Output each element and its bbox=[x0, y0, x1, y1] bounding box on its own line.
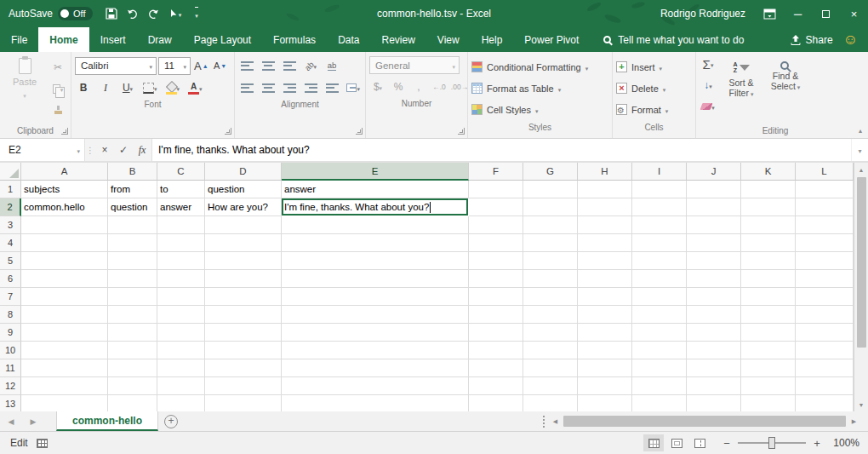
cell-A2[interactable]: common.hello bbox=[21, 198, 108, 216]
cell-A1[interactable]: subjects bbox=[21, 181, 108, 198]
column-header-B[interactable]: B bbox=[108, 163, 157, 181]
cell-G7[interactable] bbox=[523, 288, 578, 306]
cell-K10[interactable] bbox=[741, 342, 796, 359]
cell-E1[interactable]: answer bbox=[282, 181, 469, 198]
cell-C8[interactable] bbox=[157, 306, 205, 324]
cell-C12[interactable] bbox=[157, 377, 205, 395]
cell-F12[interactable] bbox=[469, 377, 523, 395]
cell-J1[interactable] bbox=[687, 181, 741, 198]
cell-H10[interactable] bbox=[578, 342, 632, 359]
font-dialog-launcher[interactable] bbox=[225, 128, 231, 135]
row-header-9[interactable]: 9 bbox=[0, 324, 21, 342]
sheet-nav-left-icon[interactable]: ◀ bbox=[0, 411, 22, 431]
cell-J4[interactable] bbox=[687, 234, 741, 252]
cell-L7[interactable] bbox=[796, 288, 854, 306]
cell-I11[interactable] bbox=[632, 359, 687, 377]
tab-review[interactable]: Review bbox=[370, 27, 425, 52]
cell-A7[interactable] bbox=[21, 288, 108, 306]
cell-F3[interactable] bbox=[469, 216, 523, 234]
conditional-formatting-button[interactable]: Conditional Formatting bbox=[471, 56, 608, 78]
cell-K11[interactable] bbox=[741, 359, 796, 377]
cell-C2[interactable]: answer bbox=[157, 198, 205, 216]
select-all-button[interactable] bbox=[0, 163, 21, 181]
name-box-splitter[interactable]: ⋮ bbox=[85, 139, 95, 161]
cell-G1[interactable] bbox=[523, 181, 578, 198]
tab-insert[interactable]: Insert bbox=[89, 27, 137, 52]
format-as-table-button[interactable]: Format as Table bbox=[471, 78, 608, 99]
scroll-left-icon[interactable]: ◀ bbox=[548, 411, 562, 431]
cell-G3[interactable] bbox=[523, 216, 578, 234]
cell-L11[interactable] bbox=[796, 359, 854, 377]
cell-K2[interactable] bbox=[741, 198, 796, 216]
wrap-text-icon[interactable]: ab bbox=[323, 56, 340, 75]
cell-I9[interactable] bbox=[632, 324, 687, 342]
cell-I5[interactable] bbox=[632, 252, 687, 270]
increase-indent-icon[interactable] bbox=[323, 78, 340, 97]
cell-G4[interactable] bbox=[523, 234, 578, 252]
cell-A8[interactable] bbox=[21, 306, 108, 324]
cell-B1[interactable]: from bbox=[108, 181, 157, 198]
cell-G9[interactable] bbox=[523, 324, 578, 342]
normal-view-icon[interactable] bbox=[643, 434, 664, 451]
row-header-2[interactable]: 2 bbox=[0, 198, 21, 216]
cell-J7[interactable] bbox=[687, 288, 741, 306]
cell-H1[interactable] bbox=[578, 181, 632, 198]
cell-K6[interactable] bbox=[741, 270, 796, 288]
center-icon[interactable] bbox=[260, 78, 277, 97]
cell-I7[interactable] bbox=[632, 288, 687, 306]
cell-B2[interactable]: question bbox=[108, 198, 157, 216]
cell-H8[interactable] bbox=[578, 306, 632, 324]
font-color-icon[interactable]: A bbox=[186, 78, 204, 97]
cell-A6[interactable] bbox=[21, 270, 108, 288]
maximize-button[interactable] bbox=[812, 0, 840, 27]
tab-draw[interactable]: Draw bbox=[137, 27, 183, 52]
sheet-tab-common-hello[interactable]: common-hello bbox=[56, 411, 158, 431]
sort-filter-button[interactable]: AZ Sort & Filter bbox=[719, 55, 763, 99]
page-layout-view-icon[interactable] bbox=[666, 434, 687, 451]
scroll-up-icon[interactable]: ▲ bbox=[854, 163, 868, 176]
cell-E6[interactable] bbox=[282, 270, 469, 288]
orientation-icon[interactable]: ab bbox=[302, 56, 319, 75]
cell-A9[interactable] bbox=[21, 324, 108, 342]
top-align-icon[interactable] bbox=[238, 56, 255, 75]
number-dialog-launcher[interactable] bbox=[458, 128, 465, 135]
cell-E9[interactable] bbox=[282, 324, 469, 342]
collapse-ribbon-icon[interactable]: ▴ bbox=[859, 127, 862, 135]
column-header-L[interactable]: L bbox=[796, 163, 854, 181]
cell-L12[interactable] bbox=[796, 377, 854, 395]
fill-color-icon[interactable] bbox=[164, 78, 182, 97]
cell-K12[interactable] bbox=[741, 377, 796, 395]
cell-D3[interactable] bbox=[205, 216, 282, 234]
cell-K8[interactable] bbox=[741, 306, 796, 324]
cell-E11[interactable] bbox=[282, 359, 469, 377]
cell-K4[interactable] bbox=[741, 234, 796, 252]
cell-D11[interactable] bbox=[205, 359, 282, 377]
share-button[interactable]: Share bbox=[780, 27, 843, 52]
shrink-font-icon[interactable]: A▼ bbox=[212, 56, 229, 75]
merge-center-icon[interactable] bbox=[345, 78, 362, 97]
cell-C4[interactable] bbox=[157, 234, 205, 252]
cell-G6[interactable] bbox=[523, 270, 578, 288]
cell-K3[interactable] bbox=[741, 216, 796, 234]
cell-L5[interactable] bbox=[796, 252, 854, 270]
cell-J9[interactable] bbox=[687, 324, 741, 342]
cell-C13[interactable] bbox=[157, 395, 205, 411]
clear-button[interactable] bbox=[700, 97, 717, 116]
align-left-icon[interactable] bbox=[238, 78, 255, 97]
align-right-icon[interactable] bbox=[281, 78, 298, 97]
cell-B8[interactable] bbox=[108, 306, 157, 324]
cell-H7[interactable] bbox=[578, 288, 632, 306]
cell-F11[interactable] bbox=[469, 359, 523, 377]
insert-function-icon[interactable]: fx bbox=[133, 139, 151, 161]
fill-button[interactable]: ↓ bbox=[700, 76, 717, 95]
cell-D6[interactable] bbox=[205, 270, 282, 288]
format-cells-button[interactable]: ⚙ Format bbox=[616, 99, 692, 120]
tab-data[interactable]: Data bbox=[327, 27, 370, 52]
cell-F10[interactable] bbox=[469, 342, 523, 359]
cell-I12[interactable] bbox=[632, 377, 687, 395]
cell-I13[interactable] bbox=[632, 395, 687, 411]
cell-F6[interactable] bbox=[469, 270, 523, 288]
cell-H13[interactable] bbox=[578, 395, 632, 411]
row-header-4[interactable]: 4 bbox=[0, 234, 21, 252]
cell-B4[interactable] bbox=[108, 234, 157, 252]
